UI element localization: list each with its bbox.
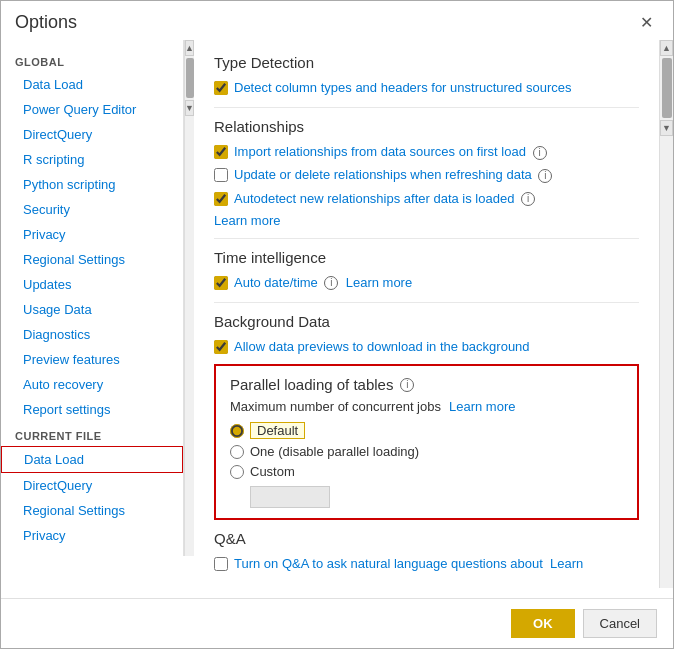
sidebar-scrollbar: ▲ ▼ (184, 40, 194, 556)
sidebar-item-regional-settings[interactable]: Regional Settings (1, 247, 183, 272)
qanda-label: Turn on Q&A to ask natural language ques… (234, 555, 583, 573)
parallel-custom-input[interactable] (250, 486, 330, 508)
relationships-label-3: Autodetect new relationships after data … (234, 190, 535, 208)
relationships-row-1: Import relationships from data sources o… (214, 143, 639, 161)
parallel-radio-default-row: Default (230, 422, 623, 439)
time-intelligence-info-icon: i (324, 276, 338, 290)
relationships-checkbox-1[interactable] (214, 145, 228, 159)
relationships-checkbox-3[interactable] (214, 192, 228, 206)
type-detection-row: Detect column types and headers for unst… (214, 79, 639, 97)
sidebar-item-cf-privacy[interactable]: Privacy (1, 523, 183, 548)
parallel-loading-subtitle: Maximum number of concurrent jobs Learn … (230, 399, 623, 414)
background-data-row: Allow data previews to download in the b… (214, 338, 639, 356)
sidebar-item-preview-features[interactable]: Preview features (1, 347, 183, 372)
options-dialog: Options ✕ GLOBAL Data Load Power Query E… (0, 0, 674, 649)
parallel-radio-custom-row: Custom (230, 464, 623, 479)
main-scroll-up-arrow[interactable]: ▲ (660, 40, 673, 56)
current-file-section-label: CURRENT FILE (1, 422, 183, 446)
relationships-learn-more[interactable]: Learn more (214, 213, 280, 228)
dialog-footer: OK Cancel (1, 598, 673, 648)
background-data-checkbox[interactable] (214, 340, 228, 354)
main-scroll-down-arrow[interactable]: ▼ (660, 120, 673, 136)
dialog-title: Options (15, 12, 77, 33)
sidebar-item-privacy[interactable]: Privacy (1, 222, 183, 247)
main-scroll-thumb[interactable] (662, 58, 672, 118)
title-bar: Options ✕ (1, 1, 673, 40)
relationships-label-1: Import relationships from data sources o… (234, 143, 547, 161)
sidebar-item-security[interactable]: Security (1, 197, 183, 222)
ok-button[interactable]: OK (511, 609, 575, 638)
main-wrapper: Type Detection Detect column types and h… (194, 40, 673, 588)
time-intelligence-title: Time intelligence (214, 249, 639, 266)
parallel-loading-title: Parallel loading of tables i (230, 376, 623, 393)
relationships-checkbox-2[interactable] (214, 168, 228, 182)
sidebar-item-usage-data[interactable]: Usage Data (1, 297, 183, 322)
qanda-row: Turn on Q&A to ask natural language ques… (214, 555, 639, 573)
parallel-radio-custom[interactable] (230, 465, 244, 479)
dialog-body: GLOBAL Data Load Power Query Editor Dire… (1, 40, 673, 598)
qanda-checkbox[interactable] (214, 557, 228, 571)
close-button[interactable]: ✕ (634, 11, 659, 34)
relationships-row-2: Update or delete relationships when refr… (214, 166, 639, 184)
relationships-row-3: Autodetect new relationships after data … (214, 190, 639, 208)
relationships-info-icon-2: i (538, 169, 552, 183)
relationships-learn-more-row: Learn more (214, 213, 639, 228)
sidebar-scroll-thumb[interactable] (186, 58, 194, 98)
sidebar-item-diagnostics[interactable]: Diagnostics (1, 322, 183, 347)
sidebar-scroll-up-arrow[interactable]: ▲ (185, 40, 194, 56)
global-section-label: GLOBAL (1, 48, 183, 72)
relationships-title: Relationships (214, 118, 639, 135)
sidebar-item-cf-regional-settings[interactable]: Regional Settings (1, 498, 183, 523)
sidebar-item-updates[interactable]: Updates (1, 272, 183, 297)
parallel-loading-box: Parallel loading of tables i Maximum num… (214, 364, 639, 520)
sidebar-item-auto-recovery[interactable]: Auto recovery (1, 372, 183, 397)
type-detection-label: Detect column types and headers for unst… (234, 79, 571, 97)
sidebar-item-directquery[interactable]: DirectQuery (1, 122, 183, 147)
divider-3 (214, 302, 639, 303)
cancel-button[interactable]: Cancel (583, 609, 657, 638)
parallel-radio-default-label: Default (250, 422, 305, 439)
time-intelligence-checkbox[interactable] (214, 276, 228, 290)
sidebar-item-report-settings[interactable]: Report settings (1, 397, 183, 422)
qanda-title: Q&A (214, 530, 639, 547)
sidebar-item-python-scripting[interactable]: Python scripting (1, 172, 183, 197)
sidebar-item-power-query-editor[interactable]: Power Query Editor (1, 97, 183, 122)
sidebar-item-cf-directquery[interactable]: DirectQuery (1, 473, 183, 498)
time-intelligence-label: Auto date/time i Learn more (234, 274, 412, 292)
main-scrollbar: ▲ ▼ (659, 40, 673, 588)
background-data-label: Allow data previews to download in the b… (234, 338, 530, 356)
divider-2 (214, 238, 639, 239)
parallel-radio-one-label: One (disable parallel loading) (250, 444, 419, 459)
sidebar-item-r-scripting[interactable]: R scripting (1, 147, 183, 172)
parallel-learn-more[interactable]: Learn more (449, 399, 515, 414)
parallel-radio-custom-label: Custom (250, 464, 295, 479)
parallel-radio-default[interactable] (230, 424, 244, 438)
sidebar-scroll-down-arrow[interactable]: ▼ (185, 100, 194, 116)
sidebar-item-data-load[interactable]: Data Load (1, 72, 183, 97)
sidebar-item-cf-data-load[interactable]: Data Load (1, 446, 183, 473)
sidebar-wrapper: GLOBAL Data Load Power Query Editor Dire… (1, 40, 194, 556)
time-intelligence-learn-more[interactable]: Learn more (346, 275, 412, 290)
qanda-learn-more[interactable]: Learn (550, 556, 583, 571)
parallel-radio-one-row: One (disable parallel loading) (230, 444, 623, 459)
relationships-label-2: Update or delete relationships when refr… (234, 166, 552, 184)
relationships-info-icon-1: i (533, 146, 547, 160)
parallel-loading-info-icon: i (400, 378, 414, 392)
background-data-title: Background Data (214, 313, 639, 330)
main-content: Type Detection Detect column types and h… (194, 40, 659, 588)
type-detection-title: Type Detection (214, 54, 639, 71)
time-intelligence-row: Auto date/time i Learn more (214, 274, 639, 292)
relationships-info-icon-3: i (521, 192, 535, 206)
parallel-radio-one[interactable] (230, 445, 244, 459)
divider-1 (214, 107, 639, 108)
type-detection-checkbox[interactable] (214, 81, 228, 95)
sidebar: GLOBAL Data Load Power Query Editor Dire… (1, 40, 184, 556)
